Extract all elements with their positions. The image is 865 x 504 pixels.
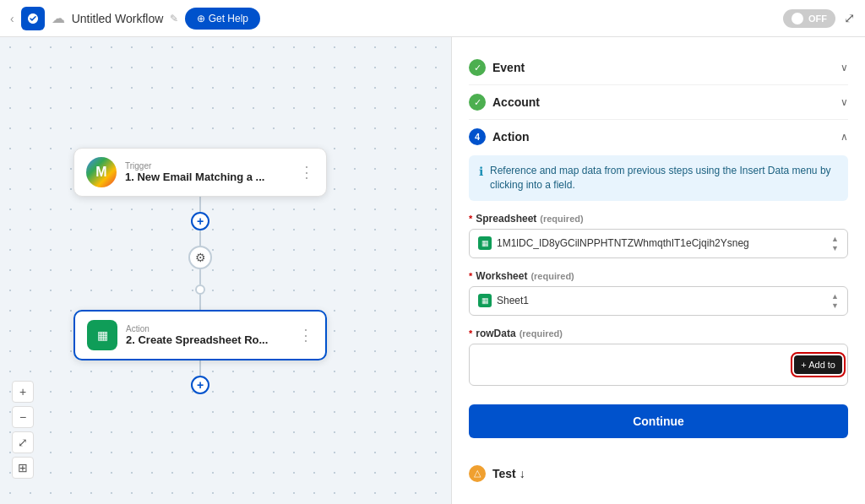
grid-button[interactable]: ⊞ [12, 457, 34, 479]
trigger-label: Trigger [125, 161, 291, 171]
add-step-button-2[interactable]: + [191, 376, 209, 394]
rowdata-field-group: * rowData (required) + Add to [469, 328, 848, 386]
trigger-menu-icon[interactable]: ⋮ [299, 163, 314, 182]
trigger-title: 1. New Email Matching a ... [125, 171, 291, 183]
connector-line-5 [199, 360, 201, 376]
action-header[interactable]: 4 Action ∧ [469, 128, 848, 145]
spreadsheet-field-group: * Spreadsheet (required) ▦ ▲ ▼ [469, 213, 848, 258]
spreadsheet-sheets-icon: ▦ [478, 236, 492, 250]
action-chevron-icon: ∧ [841, 131, 848, 143]
action-node[interactable]: ▦ Action 2. Create Spreadsheet Ro... ⋮ [73, 310, 327, 360]
account-section[interactable]: ✓ Account ∨ [469, 85, 848, 120]
connector-line-2 [199, 230, 201, 246]
connector-2: + [191, 360, 209, 394]
zoom-in-button[interactable]: + [12, 381, 34, 403]
topbar-right: OFF ⤢ [783, 9, 855, 28]
action-node-text: Action 2. Create Spreadsheet Ro... [126, 324, 290, 346]
gmail-icon: M [86, 157, 117, 187]
main: M Trigger 1. New Email Matching a ... ⋮ … [0, 37, 865, 504]
zoom-out-button[interactable]: − [12, 406, 34, 428]
trigger-node[interactable]: M Trigger 1. New Email Matching a ... ⋮ [73, 148, 327, 197]
info-text: Reference and map data from previous ste… [490, 164, 838, 192]
spreadsheet-input-container[interactable]: ▦ ▲ ▼ [469, 229, 848, 258]
trigger-node-text: Trigger 1. New Email Matching a ... [125, 161, 291, 183]
worksheet-label-text: Worksheet [476, 270, 527, 282]
spreadsheet-field-label: * Spreadsheet (required) [469, 213, 848, 225]
rowdata-input-container[interactable]: + Add to [469, 344, 848, 386]
toggle-off[interactable]: OFF [783, 9, 835, 28]
cloud-icon: ☁ [52, 10, 65, 26]
worksheet-input[interactable] [497, 295, 826, 306]
worksheet-field-group: * Worksheet (required) ▦ ▲ ▼ [469, 270, 848, 316]
canvas: M Trigger 1. New Email Matching a ... ⋮ … [0, 37, 451, 504]
action-title: 2. Create Spreadsheet Ro... [126, 333, 290, 346]
spreadsheet-spinner[interactable]: ▲ ▼ [831, 235, 839, 252]
back-button[interactable]: ‹ [10, 12, 14, 25]
spreadsheet-required-label: (required) [540, 214, 583, 224]
worksheet-sheets-icon: ▦ [478, 294, 492, 307]
connector-line-4 [199, 295, 201, 310]
test-section[interactable]: △ Test ↓ [469, 457, 848, 490]
workflow-title: Untitled Workflow [72, 12, 164, 25]
info-box: ℹ Reference and map data from previous s… [469, 155, 848, 201]
filter-icon: ⚙ [188, 246, 212, 269]
toggle-label: OFF [808, 14, 827, 24]
spreadsheet-label-text: Spreadsheet [476, 213, 536, 225]
action-section-label: Action [492, 130, 834, 144]
test-icon: △ [469, 465, 486, 482]
event-chevron-icon: ∨ [841, 62, 848, 73]
test-label: Test ↓ [492, 467, 848, 480]
event-section[interactable]: ✓ Event ∨ [469, 51, 848, 85]
spreadsheet-input[interactable] [497, 237, 826, 249]
connector-1: + ⚙ [188, 197, 212, 310]
worksheet-required-star: * [469, 271, 472, 281]
edit-icon[interactable]: ✎ [170, 13, 178, 24]
event-check-icon: ✓ [469, 59, 486, 76]
action-menu-icon[interactable]: ⋮ [298, 326, 313, 344]
rowdata-required-label: (required) [520, 328, 563, 339]
add-to-button[interactable]: + Add to [794, 355, 842, 374]
worksheet-spinner[interactable]: ▲ ▼ [831, 292, 839, 310]
share-icon[interactable]: ⤢ [844, 10, 855, 26]
workflow-area: M Trigger 1. New Email Matching a ... ⋮ … [73, 148, 327, 394]
continue-button[interactable]: Continue [469, 404, 848, 438]
info-icon: ℹ [479, 165, 483, 178]
zoom-controls: + − ⤢ ⊞ [12, 381, 34, 479]
sheets-icon: ▦ [87, 320, 117, 350]
rowdata-required-star: * [469, 328, 472, 339]
worksheet-required-label: (required) [530, 271, 574, 281]
topbar-left: ‹ ☁ Untitled Workflow ✎ ⊕ Get Help [10, 7, 775, 30]
topbar: ‹ ☁ Untitled Workflow ✎ ⊕ Get Help OFF ⤢ [0, 0, 865, 37]
rowdata-field-label: * rowData (required) [469, 328, 848, 339]
event-label: Event [492, 61, 834, 74]
connector-circle [195, 285, 205, 295]
account-check-icon: ✓ [469, 94, 486, 111]
toggle-circle [792, 13, 803, 24]
get-help-button[interactable]: ⊕ Get Help [185, 8, 260, 30]
rowdata-label-text: rowData [476, 328, 515, 339]
connector-line-3 [199, 269, 201, 285]
watermark: Screenshot by Xnapper.com [748, 488, 855, 497]
action-section: 4 Action ∧ ℹ Reference and map data from… [469, 120, 848, 457]
worksheet-input-container[interactable]: ▦ ▲ ▼ [469, 286, 848, 316]
add-step-button-1[interactable]: + [191, 212, 209, 230]
spreadsheet-required-star: * [469, 214, 472, 224]
logo [21, 7, 45, 30]
action-label: Action [126, 324, 290, 333]
fit-screen-button[interactable]: ⤢ [12, 431, 34, 453]
connector-line-1 [199, 197, 201, 212]
account-label: Account [492, 95, 834, 109]
right-panel: ✓ Event ∨ ✓ Account ∨ 4 Action ∧ ℹ Refer… [451, 37, 865, 504]
worksheet-field-label: * Worksheet (required) [469, 270, 848, 282]
account-chevron-icon: ∨ [841, 96, 848, 108]
action-number: 4 [469, 128, 486, 145]
